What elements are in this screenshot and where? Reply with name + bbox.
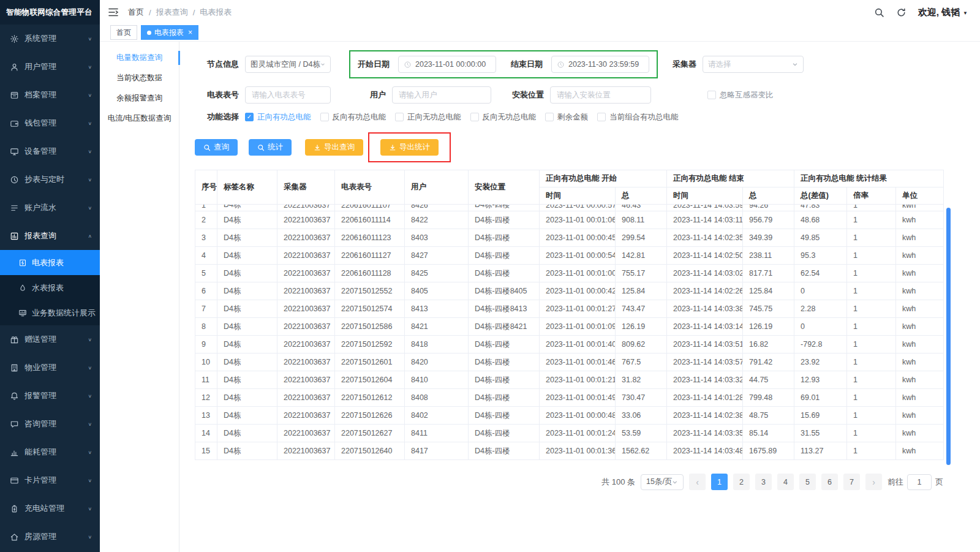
- meter-input[interactable]: [245, 86, 331, 104]
- page-button-7[interactable]: 7: [843, 474, 860, 490]
- menu-fold-icon[interactable]: [108, 7, 119, 18]
- user-menu[interactable]: 欢迎, 钱韬 ▼: [918, 7, 968, 18]
- sidebar-item-11[interactable]: 咨询管理∨: [0, 410, 100, 438]
- sidebar-item-9[interactable]: 物业管理∨: [0, 354, 100, 382]
- node-label: 节点信息: [207, 59, 239, 70]
- table-cell: D4栋-四楼: [469, 205, 540, 211]
- sidebar-item-5[interactable]: 抄表与定时∨: [0, 165, 100, 194]
- table-cell: 8411: [405, 425, 469, 442]
- function-checkbox-0[interactable]: 正向有功总电能: [245, 112, 311, 123]
- table-cell: D4栋-四楼: [469, 354, 540, 371]
- report-table: 序号标签名称采集器电表表号用户安装位置正向有功总电能 开始正向有功总电能 结束正…: [195, 170, 944, 460]
- sidebar-item-14[interactable]: 充电站管理∨: [0, 494, 100, 523]
- sidebar: 智能物联网综合管理平台 系统管理∨用户管理∨档案管理∨钱包管理∨设备管理∨抄表与…: [0, 0, 100, 552]
- subnav-item-3[interactable]: 电流/电压数据查询: [100, 108, 179, 129]
- table-cell: 220715012612: [335, 389, 405, 407]
- table-cell: 8425: [405, 265, 469, 282]
- sidebar-subitem-2[interactable]: 业务数据统计展示: [0, 300, 100, 325]
- sidebar-subitem-0[interactable]: 电表报表: [0, 250, 100, 275]
- start-date-input[interactable]: 2023-11-01 00:00:00: [398, 56, 496, 73]
- next-page-button[interactable]: ›: [865, 474, 882, 490]
- table-cell: 47.83: [794, 205, 847, 211]
- table-cell: 13: [195, 407, 217, 425]
- tab-0[interactable]: 首页: [110, 25, 137, 40]
- sidebar-item-label: 设备管理: [24, 146, 88, 157]
- page-size-select[interactable]: 15条/页: [641, 474, 684, 490]
- table-cell: 2023-11-01 00:01:46: [540, 354, 616, 371]
- sidebar-item-4[interactable]: 设备管理∨: [0, 137, 100, 165]
- subnav-item-0[interactable]: 电量数据查询: [100, 48, 179, 68]
- table-cell: 2023-11-01 00:00:57: [540, 205, 616, 211]
- sidebar-item-7[interactable]: 报表查询∧: [0, 222, 100, 250]
- table-cell: 791.42: [743, 354, 794, 371]
- table-cell: 113.27: [794, 442, 847, 460]
- table-row: 14D4栋202210036372207150126278411D4栋-四楼20…: [195, 425, 944, 442]
- query-button[interactable]: 查询: [195, 139, 238, 156]
- sidebar-item-6[interactable]: 账户流水∨: [0, 194, 100, 222]
- sidebar-item-3[interactable]: 钱包管理∨: [0, 109, 100, 137]
- export-stats-button[interactable]: 导出统计: [380, 139, 439, 156]
- table-cell: kwh: [896, 318, 944, 336]
- chevron-down-icon: ∨: [88, 534, 92, 540]
- table-cell: 14: [195, 425, 217, 442]
- page-button-2[interactable]: 2: [733, 474, 750, 490]
- sidebar-item-2[interactable]: 档案管理∨: [0, 81, 100, 109]
- page-button-3[interactable]: 3: [755, 474, 772, 490]
- sidebar-item-10[interactable]: 报警管理∨: [0, 382, 100, 410]
- end-date-input[interactable]: 2023-11-30 23:59:59: [551, 56, 649, 73]
- page-button-1[interactable]: 1: [711, 474, 728, 490]
- sidebar-item-8[interactable]: 赠送管理∨: [0, 325, 100, 354]
- table-cell: 125.84: [616, 282, 667, 300]
- function-checkbox-4[interactable]: 剩余金额: [545, 112, 588, 123]
- export-query-button[interactable]: 导出查询: [305, 139, 363, 156]
- sidebar-item-0[interactable]: 系统管理∨: [0, 25, 100, 53]
- sidebar-item-label: 咨询管理: [24, 418, 88, 429]
- sidebar-item-label: 用户管理: [24, 61, 88, 72]
- function-checkbox-1[interactable]: 反向有功总电能: [320, 112, 386, 123]
- sidebar-item-12[interactable]: 能耗管理∨: [0, 438, 100, 466]
- search-icon[interactable]: [874, 7, 884, 18]
- page-button-4[interactable]: 4: [777, 474, 794, 490]
- table-cell: D4栋: [217, 336, 277, 354]
- close-icon[interactable]: ×: [188, 28, 192, 37]
- function-checkbox-5[interactable]: 当前组合有功总电能: [597, 112, 679, 123]
- page-button-5[interactable]: 5: [799, 474, 816, 490]
- sidebar-subitem-label: 业务数据统计展示: [32, 308, 96, 319]
- sidebar-item-label: 档案管理: [24, 89, 88, 100]
- table-cell: 220715012592: [335, 336, 405, 354]
- sidebar-item-13[interactable]: 卡片管理∨: [0, 466, 100, 494]
- report-icon: [10, 232, 19, 241]
- breadcrumb-item-1[interactable]: 报表查询: [156, 7, 188, 18]
- node-select[interactable]: 图灵城市空间 / D4栋: [245, 56, 331, 73]
- function-label: 功能选择: [207, 112, 239, 123]
- export-stats-highlight: 导出统计: [368, 132, 451, 162]
- table-scrollbar[interactable]: [946, 208, 951, 465]
- table-cell: 12: [195, 389, 217, 407]
- subnav-item-2[interactable]: 余额报警查询: [100, 88, 179, 108]
- function-checkbox-3[interactable]: 反向无功总电能: [470, 112, 537, 123]
- table-cell: D4栋: [217, 407, 277, 425]
- subnav-item-1[interactable]: 当前状态数据: [100, 68, 179, 88]
- function-checkbox-2[interactable]: 正向无功总电能: [395, 112, 461, 123]
- page-button-6[interactable]: 6: [821, 474, 838, 490]
- user-input[interactable]: [392, 86, 491, 104]
- table-cell: 3: [195, 229, 217, 247]
- table-cell: 12.93: [794, 371, 847, 389]
- location-input[interactable]: [550, 86, 651, 104]
- stats-button[interactable]: 统计: [249, 139, 292, 156]
- sidebar-item-15[interactable]: 房源管理∨: [0, 523, 100, 551]
- goto-input[interactable]: [907, 474, 932, 490]
- table-cell: D4栋-四楼: [469, 265, 540, 282]
- checkbox-icon: [707, 91, 716, 99]
- caret-down-icon: ▼: [963, 10, 968, 16]
- sidebar-item-1[interactable]: 用户管理∨: [0, 53, 100, 81]
- table-cell: 220616011128: [335, 265, 405, 282]
- breadcrumb-item-0[interactable]: 首页: [128, 7, 144, 18]
- prev-page-button[interactable]: ‹: [689, 474, 706, 490]
- collector-select[interactable]: 请选择: [703, 56, 804, 73]
- sidebar-subitem-1[interactable]: 水表报表: [0, 275, 100, 300]
- tab-1[interactable]: 电表报表×: [141, 25, 198, 40]
- ignore-ct-checkbox[interactable]: 忽略互感器变比: [707, 90, 774, 100]
- table-cell: 20221003637: [277, 282, 335, 300]
- refresh-icon[interactable]: [896, 7, 907, 18]
